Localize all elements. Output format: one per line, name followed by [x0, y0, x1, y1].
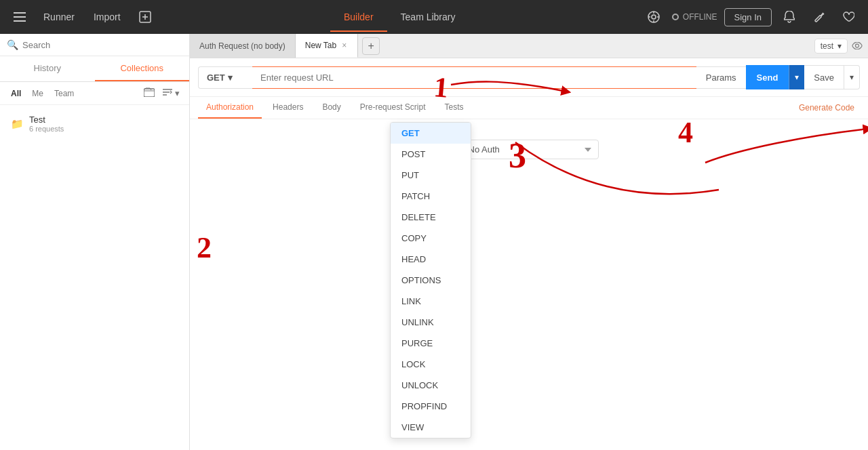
sidebar-filter: All Me Team ▾ — [0, 82, 189, 105]
method-label: GET — [207, 73, 225, 83]
sidebar-tabs: History Collections — [0, 56, 189, 82]
tab-team-library[interactable]: Team Library — [387, 2, 469, 32]
svg-rect-1 — [14, 16, 26, 18]
sidebar: 🔍 History Collections All Me Team — [0, 34, 190, 450]
filter-team-btn[interactable]: Team — [50, 87, 78, 100]
heart-icon-btn[interactable] — [837, 7, 860, 26]
sub-tab-tests[interactable]: Tests — [436, 97, 471, 119]
runner-btn[interactable]: Runner — [37, 7, 81, 26]
svg-point-16 — [856, 44, 859, 47]
tabs-bar: Auth Request (no body) New Tab × + test … — [190, 34, 868, 58]
auth-select-wrap: No Auth Basic Auth Bearer Token OAuth 1.… — [460, 140, 599, 159]
method-option-patch[interactable]: PATCH — [391, 186, 471, 207]
tab-builder[interactable]: Builder — [330, 2, 387, 32]
method-option-head[interactable]: HEAD — [391, 249, 471, 270]
send-btn[interactable]: Send — [746, 65, 789, 89]
method-dropdown[interactable]: GET ▾ — [198, 66, 252, 89]
add-tab-btn[interactable]: + — [362, 37, 380, 55]
method-option-put[interactable]: PUT — [391, 165, 471, 186]
sub-tab-pre-request[interactable]: Pre-request Script — [352, 97, 434, 119]
nav-center: Builder Team Library — [163, 2, 637, 32]
method-option-propfind[interactable]: PROPFIND — [391, 396, 471, 417]
sidebar-content: 📁 Test 6 requests — [0, 105, 189, 450]
method-chevron-icon: ▾ — [228, 73, 233, 83]
eye-icon-btn[interactable] — [852, 41, 863, 52]
main-layout: 🔍 History Collections All Me Team — [0, 34, 868, 450]
method-option-post[interactable]: POST — [391, 144, 471, 165]
method-option-unlock[interactable]: UNLOCK — [391, 375, 471, 396]
filter-me-btn[interactable]: Me — [28, 87, 47, 100]
env-selector[interactable]: test ▾ — [814, 39, 848, 54]
collection-info: Test 6 requests — [29, 115, 64, 133]
folder-icon: 📁 — [11, 118, 24, 130]
save-dropdown-btn[interactable]: ▾ — [844, 65, 860, 89]
offline-dot-icon — [672, 14, 679, 20]
method-option-lock[interactable]: LOCK — [391, 354, 471, 375]
main-content: Auth Request (no body) New Tab × + test … — [190, 34, 868, 450]
import-btn[interactable]: Import — [87, 7, 127, 26]
offline-status: OFFLINE — [672, 12, 717, 22]
tabs-right: test ▾ — [814, 39, 868, 54]
svg-point-7 — [652, 15, 656, 19]
offline-label: OFFLINE — [683, 12, 717, 22]
save-btn[interactable]: Save — [804, 65, 844, 89]
method-option-options[interactable]: OPTIONS — [391, 270, 471, 291]
method-dropdown-menu: GET POST PUT PATCH DELETE COPY HEAD OPTI… — [390, 122, 471, 438]
tab-history[interactable]: History — [0, 56, 95, 81]
tab-collections[interactable]: Collections — [95, 56, 190, 81]
env-chevron-icon: ▾ — [837, 41, 842, 51]
collection-count: 6 requests — [29, 125, 64, 133]
svg-rect-0 — [14, 12, 26, 14]
sign-in-btn[interactable]: Sign In — [724, 8, 772, 26]
method-option-copy[interactable]: COPY — [391, 228, 471, 249]
filter-all-btn[interactable]: All — [7, 87, 25, 100]
sub-tab-authorization[interactable]: Authorization — [198, 97, 262, 119]
svg-rect-12 — [144, 89, 155, 97]
wrench-icon-btn[interactable] — [807, 7, 830, 27]
params-btn[interactable]: Params — [696, 66, 746, 89]
method-option-unlink[interactable]: UNLINK — [391, 312, 471, 333]
send-dropdown-btn[interactable]: ▾ — [789, 65, 804, 89]
svg-rect-2 — [14, 20, 26, 22]
auth-type-select[interactable]: No Auth Basic Auth Bearer Token OAuth 1.… — [460, 140, 599, 159]
collection-item-test[interactable]: 📁 Test 6 requests — [5, 110, 184, 137]
new-tab[interactable]: New Tab × — [296, 34, 359, 58]
sort-icon-btn[interactable]: ▾ — [160, 87, 182, 100]
method-option-get[interactable]: GET — [391, 123, 471, 144]
sub-tab-body[interactable]: Body — [314, 97, 349, 119]
notifications-icon-btn[interactable] — [778, 7, 800, 27]
close-tab-btn[interactable]: × — [340, 41, 348, 49]
method-option-link[interactable]: LINK — [391, 291, 471, 312]
new-tab-label: New Tab — [305, 41, 336, 50]
method-option-view[interactable]: VIEW — [391, 417, 471, 438]
method-option-delete[interactable]: DELETE — [391, 207, 471, 228]
env-label: test — [821, 41, 833, 51]
url-input[interactable] — [252, 66, 696, 89]
auth-tab-label: Auth Request (no body) — [199, 41, 285, 51]
generate-code-btn[interactable]: Generate Code — [793, 98, 860, 118]
new-collection-icon-btn[interactable] — [141, 86, 157, 100]
sync-icon-btn[interactable] — [642, 7, 665, 27]
new-request-btn[interactable] — [133, 6, 157, 28]
request-bar: GET ▾ Params Send ▾ Save ▾ — [190, 58, 868, 97]
search-icon: 🔍 — [7, 39, 18, 50]
top-nav: Runner Import Builder Team Library OFFLI… — [0, 0, 868, 34]
auth-area: No Auth Basic Auth Bearer Token OAuth 1.… — [190, 119, 868, 450]
method-option-purge[interactable]: PURGE — [391, 333, 471, 354]
search-input[interactable] — [22, 40, 182, 50]
auth-request-tab[interactable]: Auth Request (no body) — [190, 34, 296, 58]
collection-name: Test — [29, 115, 64, 125]
sub-tabs: Authorization Headers Body Pre-request S… — [190, 97, 868, 119]
nav-right: OFFLINE Sign In — [642, 7, 860, 27]
sub-tab-headers[interactable]: Headers — [264, 97, 311, 119]
search-bar: 🔍 — [0, 34, 189, 56]
sidebar-toggle-btn[interactable] — [8, 8, 31, 26]
